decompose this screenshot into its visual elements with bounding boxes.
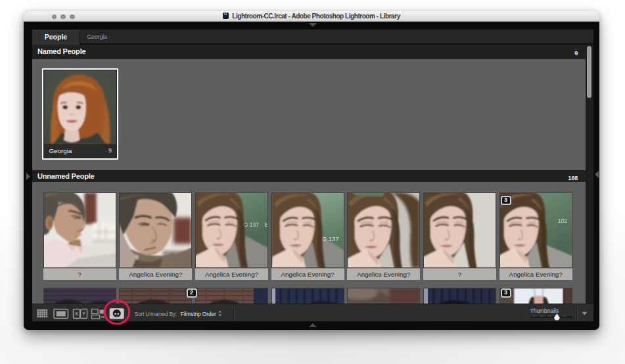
- svg-text:Filmstrip Order: Filmstrip Order: [181, 309, 217, 317]
- svg-text:G 137: G 137: [244, 221, 260, 228]
- svg-text:X: X: [75, 311, 78, 317]
- svg-text:B: B: [265, 221, 268, 228]
- svg-text:102: 102: [557, 217, 567, 224]
- svg-text:Sort Unnamed By:: Sort Unnamed By:: [135, 309, 177, 317]
- svg-text:Y: Y: [82, 311, 85, 317]
- svg-text:G 137: G 137: [321, 235, 338, 242]
- svg-text:Thumbnails: Thumbnails: [530, 307, 559, 314]
